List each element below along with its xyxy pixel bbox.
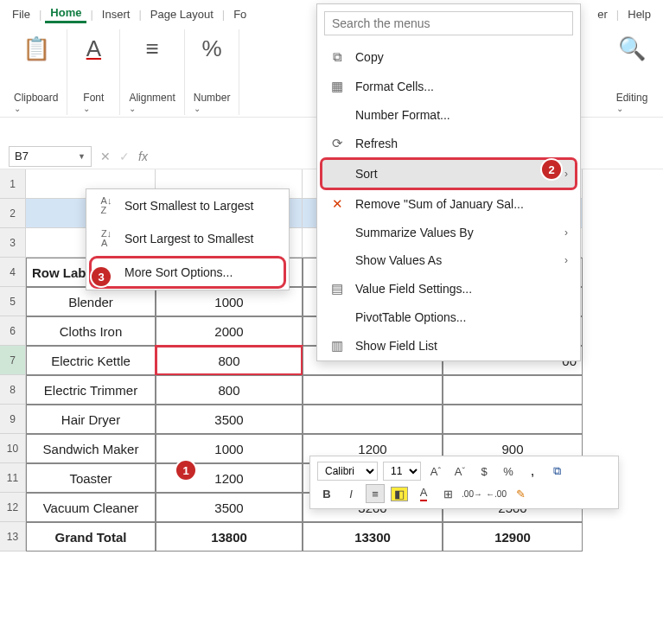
format-painter-icon[interactable]: ✎ bbox=[511, 484, 530, 503]
search-icon: 🔍 bbox=[615, 31, 649, 66]
tab-help[interactable]: Help bbox=[622, 6, 656, 22]
clipboard-icon: 📋 bbox=[19, 31, 54, 66]
table-row[interactable]: Electric Trimmer bbox=[26, 375, 156, 405]
percent-icon: % bbox=[194, 31, 229, 66]
menu-summarize-values[interactable]: Summarize Values By › bbox=[317, 219, 580, 246]
annotation-badge-2: 2 bbox=[542, 160, 561, 179]
selected-cell[interactable]: 800 bbox=[156, 346, 303, 375]
menu-number-format[interactable]: Number Format... bbox=[317, 101, 580, 129]
row-header[interactable]: 3 bbox=[0, 228, 26, 258]
menu-format-cells[interactable]: ▦ Format Cells... bbox=[317, 72, 580, 101]
context-menu: ⧉ Copy ▦ Format Cells... Number Format..… bbox=[316, 3, 581, 361]
mini-toolbar: Calibri 11 Aˆ Aˇ $ % , ⧉ B I ≡ ◧ A ⊞ .00… bbox=[309, 456, 619, 509]
menu-pivottable-options[interactable]: PivotTable Options... bbox=[317, 303, 580, 331]
comma-icon[interactable]: , bbox=[523, 462, 542, 481]
menu-more-sort-options[interactable]: More Sort Options... bbox=[92, 258, 284, 286]
tab-partial-right[interactable]: er bbox=[592, 6, 613, 22]
table-row[interactable]: Blender bbox=[26, 287, 156, 316]
name-box[interactable]: B7 ▼ bbox=[9, 146, 92, 167]
row-header[interactable]: 1 bbox=[0, 169, 26, 199]
table-row[interactable]: Vacuum Cleaner bbox=[26, 493, 156, 522]
menu-sort[interactable]: Sort › bbox=[322, 160, 575, 188]
table-cell[interactable] bbox=[303, 405, 443, 434]
menu-refresh[interactable]: ⟳ Refresh bbox=[317, 129, 580, 158]
table-row[interactable]: Toaster bbox=[26, 463, 156, 493]
tab-page-layout[interactable]: Page Layout bbox=[145, 6, 219, 22]
menu-show-field-list[interactable]: ▥ Show Field List bbox=[317, 331, 580, 360]
tab-insert[interactable]: Insert bbox=[97, 6, 136, 22]
annotation-badge-3: 3 bbox=[92, 267, 111, 286]
row-header[interactable]: 9 bbox=[0, 405, 26, 434]
cancel-formula-icon[interactable]: ✕ bbox=[100, 150, 111, 163]
percent-icon[interactable]: % bbox=[499, 462, 518, 481]
sort-desc-icon: Z↓A bbox=[99, 229, 114, 248]
mini-font-select[interactable]: Calibri bbox=[317, 462, 378, 481]
menu-copy[interactable]: ⧉ Copy bbox=[317, 42, 580, 72]
group-font-label: Font bbox=[83, 92, 104, 104]
group-editing-label: Editing bbox=[616, 92, 648, 104]
row-header[interactable]: 11 bbox=[0, 463, 26, 493]
table-cell[interactable] bbox=[443, 405, 583, 434]
table-row[interactable]: Electric Kettle bbox=[26, 346, 156, 375]
menu-sort-largest[interactable]: Z↓A Sort Largest to Smallest bbox=[86, 222, 289, 255]
group-alignment-label: Alignment bbox=[129, 92, 175, 104]
row-header[interactable]: 10 bbox=[0, 434, 26, 463]
fx-label[interactable]: fx bbox=[138, 150, 148, 163]
grand-total-cell[interactable]: 12900 bbox=[443, 522, 583, 552]
row-header[interactable]: 4 bbox=[0, 258, 26, 287]
tab-home[interactable]: Home bbox=[45, 4, 86, 23]
italic-icon[interactable]: I bbox=[341, 484, 360, 503]
field-list-icon: ▥ bbox=[329, 338, 345, 354]
row-header[interactable]: 2 bbox=[0, 199, 26, 228]
fill-color-icon[interactable]: ◧ bbox=[390, 484, 409, 503]
align-center-icon[interactable]: ≡ bbox=[366, 484, 385, 503]
table-cell[interactable]: 3500 bbox=[156, 493, 303, 522]
row-header[interactable]: 5 bbox=[0, 287, 26, 316]
menu-value-field-settings[interactable]: ▤ Value Field Settings... bbox=[317, 274, 580, 303]
copy-icon: ⧉ bbox=[329, 49, 345, 65]
menu-remove-field[interactable]: ✕ Remove "Sum of January Sal... bbox=[317, 189, 580, 219]
row-header[interactable]: 13 bbox=[0, 522, 26, 552]
table-cell[interactable]: 800 bbox=[156, 375, 303, 405]
accept-formula-icon[interactable]: ✓ bbox=[119, 150, 130, 163]
decrease-font-icon[interactable]: Aˇ bbox=[450, 462, 469, 481]
row-header[interactable]: 6 bbox=[0, 316, 26, 346]
increase-decimal-icon[interactable]: ←.00 bbox=[487, 484, 506, 503]
chevron-right-icon: › bbox=[564, 254, 568, 266]
tab-file[interactable]: File bbox=[7, 6, 35, 22]
table-row[interactable]: Hair Dryer bbox=[26, 405, 156, 434]
increase-font-icon[interactable]: Aˆ bbox=[426, 462, 445, 481]
table-cell[interactable]: 1000 bbox=[156, 287, 303, 316]
group-alignment[interactable]: ≡ Alignment ⌄ bbox=[120, 29, 184, 115]
mini-size-select[interactable]: 11 bbox=[383, 462, 421, 481]
table-cell[interactable] bbox=[443, 375, 583, 405]
table-row[interactable]: Cloths Iron bbox=[26, 316, 156, 346]
menu-sort-smallest[interactable]: A↓Z Sort Smallest to Largest bbox=[86, 189, 289, 222]
menu-search-input[interactable] bbox=[324, 11, 573, 35]
grand-total-cell[interactable]: 13800 bbox=[156, 522, 303, 552]
borders-icon[interactable]: ⧉ bbox=[547, 462, 566, 481]
borders-menu-icon[interactable]: ⊞ bbox=[438, 484, 457, 503]
table-cell[interactable] bbox=[303, 375, 443, 405]
currency-icon[interactable]: $ bbox=[475, 462, 494, 481]
row-header[interactable]: 8 bbox=[0, 375, 26, 405]
table-cell[interactable]: 3500 bbox=[156, 405, 303, 434]
bold-icon[interactable]: B bbox=[317, 484, 336, 503]
row-header[interactable]: 7 bbox=[0, 346, 26, 375]
table-cell[interactable]: 2000 bbox=[156, 316, 303, 346]
table-cell[interactable]: 1000 bbox=[156, 434, 303, 463]
menu-show-values-as[interactable]: Show Values As › bbox=[317, 246, 580, 274]
tab-formulas-truncated[interactable]: Fo bbox=[228, 6, 252, 22]
chevron-down-icon[interactable]: ▼ bbox=[78, 152, 86, 161]
row-header[interactable]: 12 bbox=[0, 493, 26, 522]
grand-total-label[interactable]: Grand Total bbox=[26, 522, 156, 552]
group-number-label: Number bbox=[194, 92, 231, 104]
decrease-decimal-icon[interactable]: .00→ bbox=[462, 484, 481, 503]
table-row[interactable]: Sandwich Maker bbox=[26, 434, 156, 463]
group-font[interactable]: A Font ⌄ bbox=[67, 29, 120, 115]
group-number[interactable]: % Number ⌄ bbox=[185, 29, 240, 115]
font-color-icon[interactable]: A bbox=[414, 484, 433, 503]
group-clipboard[interactable]: 📋 Clipboard ⌄ bbox=[5, 29, 67, 115]
group-editing[interactable]: 🔍 Editing ⌄ bbox=[606, 29, 658, 115]
grand-total-cell[interactable]: 13300 bbox=[303, 522, 443, 552]
